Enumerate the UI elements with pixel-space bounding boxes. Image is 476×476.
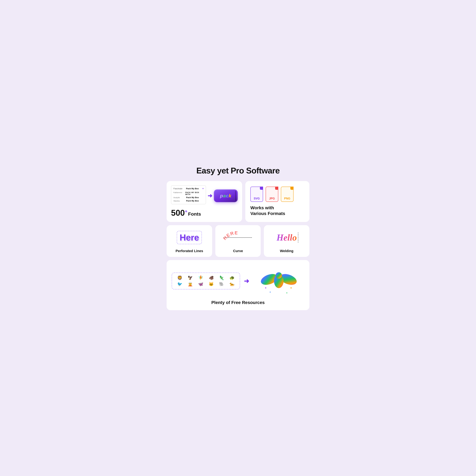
rainbow-bird-svg: ✦ ✦ ✦ ✦: [260, 265, 298, 297]
bottom-grid: 🦁 🦅 🧚 🐗 🦎 🐢 🐦 🧝 🦋 🐱 🐘 🐆 ➜: [167, 260, 309, 310]
pack-letter-a: a: [223, 193, 226, 198]
mid-grid: Here Perforated Lines HERE: [167, 225, 309, 257]
resources-arrow-icon: ➜: [244, 277, 249, 285]
file-corner: [260, 187, 263, 190]
jpg-label: JPG: [269, 197, 275, 200]
silhouette-4: 🐗: [206, 275, 216, 280]
perforated-border: Here: [177, 231, 202, 244]
silhouette-8: 🧝: [186, 282, 195, 287]
curve-card: HERE Curve: [215, 225, 261, 257]
font-row-text: PACK MY BOX WITH: [185, 191, 204, 195]
formats-title: Works withVarious Formats: [250, 205, 285, 217]
perforated-card: Here Perforated Lines: [167, 225, 212, 257]
file-corner: [275, 187, 278, 190]
svg-file-icon: SVG: [250, 187, 263, 202]
svg-label: SVG: [254, 197, 260, 200]
svg-text:HERE: HERE: [222, 230, 238, 241]
svg-point-5: [276, 272, 282, 279]
font-row: Slackey Pack My Box: [173, 199, 204, 203]
file-icons-row: SVG JPG PNG: [250, 187, 293, 202]
pack-letter-c: c: [226, 193, 229, 198]
fonts-card-main: Fascinate Pack My Box ▾ Kablammo PACK MY…: [171, 186, 238, 206]
font-row-name: Analytik: [173, 197, 185, 199]
font-row: Analytik Pack My Box: [173, 196, 204, 199]
jpg-file-icon: JPG: [266, 187, 278, 202]
curve-label: Curve: [233, 249, 243, 253]
welding-label: Welding: [280, 249, 293, 253]
resources-label: Plenty of Free Resources: [211, 300, 265, 305]
font-selector-label: Fascinate: [173, 187, 182, 190]
font-selector-box[interactable]: Fascinate Pack My Box ▾ Kablammo PACK MY…: [171, 186, 206, 204]
silhouette-7: 🐦: [175, 282, 184, 287]
silhouette-6: 🐢: [227, 275, 237, 280]
welding-visual: Hello: [276, 230, 297, 245]
arrow-icon: ➜: [207, 192, 212, 199]
font-row-text: Pack My Box: [186, 200, 199, 202]
weld-dashed-line: [298, 232, 298, 243]
font-row-name: Kablammo: [173, 191, 184, 193]
fonts-count: 500+: [171, 208, 187, 218]
top-grid: Fascinate Pack My Box ▾ Kablammo PACK MY…: [167, 181, 309, 222]
font-row-text: Pack My Box: [186, 196, 199, 199]
font-row-name: Slackey: [173, 200, 185, 202]
curve-svg: HERE: [222, 230, 254, 245]
silhouette-2: 🦅: [186, 275, 195, 280]
fonts-left: Fascinate Pack My Box ▾ Kablammo PACK MY…: [171, 186, 206, 206]
silhouette-11: 🐘: [217, 282, 226, 287]
rainbow-bird: ✦ ✦ ✦ ✦: [253, 265, 304, 297]
silhouette-5: 🦎: [217, 275, 226, 280]
pack-letter-p: p: [220, 193, 223, 198]
silhouettes-box: 🦁 🦅 🧚 🐗 🦎 🐢 🐦 🧝 🦋 🐱 🐘 🐆: [172, 272, 240, 289]
silhouette-9: 🦋: [196, 282, 205, 287]
file-corner: [290, 187, 293, 190]
png-file-icon: PNG: [281, 187, 293, 202]
font-row: Kablammo PACK MY BOX WITH: [173, 191, 204, 196]
font-selector-header: Fascinate Pack My Box ▾: [173, 187, 204, 190]
page-wrapper: Easy yet Pro Software Fascinate Pack My …: [167, 166, 309, 310]
svg-text:✦: ✦: [286, 292, 288, 294]
svg-text:✦: ✦: [269, 291, 271, 293]
fonts-count-row: 500+ Fonts: [171, 208, 201, 218]
fonts-card: Fascinate Pack My Box ▾ Kablammo PACK MY…: [167, 181, 242, 222]
font-list: Kablammo PACK MY BOX WITH Analytik Pack …: [173, 191, 204, 203]
weld-hello-text: Hello: [276, 233, 297, 242]
perforated-label: Perforated Lines: [176, 249, 203, 253]
resources-content: 🦁 🦅 🧚 🐗 🦎 🐢 🐦 🧝 🦋 🐱 🐘 🐆 ➜: [172, 265, 304, 297]
pencil-case-text: pack: [220, 193, 232, 199]
pack-letter-k: k: [229, 193, 232, 198]
pencil-case: pack: [214, 189, 238, 202]
svg-text:✦: ✦: [265, 286, 267, 289]
formats-card: SVG JPG PNG Works withVarious Formats: [245, 181, 309, 222]
page-title: Easy yet Pro Software: [167, 166, 309, 175]
fonts-label: Fonts: [188, 211, 201, 217]
perforated-text: Here: [180, 232, 199, 243]
png-label: PNG: [284, 197, 290, 200]
silhouette-12: 🐆: [227, 282, 237, 287]
resources-card: 🦁 🦅 🧚 🐗 🦎 🐢 🐦 🧝 🦋 🐱 🐘 🐆 ➜: [167, 260, 309, 310]
font-selector-value: Pack My Box: [186, 187, 199, 190]
chevron-down-icon: ▾: [203, 187, 204, 190]
welding-card: Hello Welding: [264, 225, 309, 257]
silhouette-3: 🧚: [196, 275, 205, 280]
perforated-visual: Here: [177, 230, 202, 245]
curve-visual: HERE: [222, 230, 254, 245]
svg-text:✦: ✦: [290, 286, 292, 289]
silhouette-1: 🦁: [175, 275, 184, 280]
silhouette-10: 🐱: [206, 282, 216, 287]
weld-text-container: Hello: [276, 232, 297, 243]
